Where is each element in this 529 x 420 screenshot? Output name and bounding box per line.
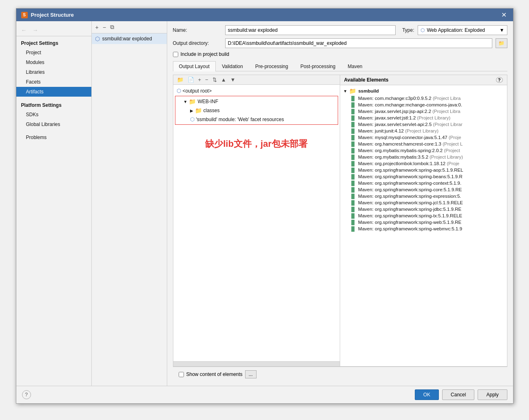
type-icon: ⬡ [421,27,425,33]
avail-label-21: Maven: org.springframework:spring-webmvc… [358,226,462,231]
avail-label-9: Maven: org.mybatis:mybatis-spring:2.0.2 … [358,148,460,153]
avail-icon-9: ▐▌ [350,148,356,153]
name-input[interactable] [225,25,396,35]
avail-label-1: Maven: com.mchange:c3p0:0.9.5.2 (Project… [358,96,460,101]
avail-icon-3: ▐▌ [350,109,356,114]
avail-item-13[interactable]: ▐▌ Maven: org.springframework:spring-bea… [340,173,507,180]
avail-label-8: Maven: org.hamcrest:hamcrest-core:1.3 (P… [358,141,463,146]
avail-item-3[interactable]: ▐▌ Maven: javax.servlet.jsp:jsp-api:2.2 … [340,108,507,115]
artifact-list-item[interactable]: ⬡ ssmbuild:war exploded [92,33,167,44]
tree-root-item[interactable]: ⬡ <output root> [173,86,340,95]
avail-item-9[interactable]: ▐▌ Maven: org.mybatis:mybatis-spring:2.0… [340,147,507,154]
add-artifact-button[interactable]: + [94,23,100,31]
sidebar-item-artifacts[interactable]: Artifacts [16,87,91,97]
avail-item-15[interactable]: ▐▌ Maven: org.springframework:spring-cor… [340,186,507,193]
avail-item-18[interactable]: ▐▌ Maven: org.springframework:spring-jdb… [340,206,507,212]
remove-artifact-button[interactable]: − [102,23,107,31]
sidebar-item-global-libraries[interactable]: Global Libraries [16,119,91,129]
tree-add-btn[interactable]: + [197,76,203,83]
forward-button[interactable]: → [31,26,40,34]
available-header: Available Elements ? [340,75,507,85]
tab-output-layout[interactable]: Output Layout [173,61,216,71]
avail-label-7: Maven: mysql:mysql-connector-java:5.1.47… [358,135,461,140]
avail-item-16[interactable]: ▐▌ Maven: org.springframework:spring-exp… [340,193,507,199]
avail-icon-6: ▐▌ [350,128,356,133]
avail-item-10[interactable]: ▐▌ Maven: org.mybatis:mybatis:3.5.2 (Pro… [340,154,507,160]
apply-button[interactable]: Apply [478,389,507,400]
avail-item-11[interactable]: ▐▌ Maven: org.projectlombok:lombok:1.18.… [340,160,507,167]
avail-item-8[interactable]: ▐▌ Maven: org.hamcrest:hamcrest-core:1.3… [340,141,507,147]
avail-item-12[interactable]: ▐▌ Maven: org.springframework:spring-aop… [340,167,507,173]
artifact-list-panel: + − ⧉ ⬡ ssmbuild:war exploded [92,21,167,386]
help-button[interactable]: ? [22,390,31,399]
module-item[interactable]: ⬡ 'ssmbuild' module: 'Web' facet resourc… [175,115,338,124]
avail-label-13: Maven: org.springframework:spring-beans:… [358,174,463,179]
include-checkbox[interactable] [173,52,178,57]
more-button[interactable]: ... [245,370,257,378]
sidebar-item-libraries[interactable]: Libraries [16,67,91,77]
avail-item-14[interactable]: ▐▌ Maven: org.springframework:spring-con… [340,180,507,186]
tab-postprocessing[interactable]: Post-processing [294,61,341,71]
app-icon: S [21,12,28,18]
avail-icon-20: ▐▌ [350,220,356,225]
available-help-icon[interactable]: ? [496,77,503,83]
browse-button[interactable]: 📁 [496,38,507,48]
tree-down-btn[interactable]: ▼ [229,76,237,83]
avail-item-21[interactable]: ▐▌ Maven: org.springframework:spring-web… [340,225,507,232]
webinf-item[interactable]: ▼ 📁 WEB-INF [175,97,338,106]
tree-file-btn[interactable]: 📄 [186,76,195,83]
avail-item-20[interactable]: ▐▌ Maven: org.springframework:spring-web… [340,219,507,225]
ok-button[interactable]: OK [415,389,439,400]
sidebar-item-sdks[interactable]: SDKs [16,110,91,119]
close-button[interactable]: ✕ [500,11,508,19]
avail-label-3: Maven: javax.servlet.jsp:jsp-api:2.2 (Pr… [358,109,460,114]
tree-sort-btn[interactable]: ⇅ [211,76,218,83]
include-label: Include in project build [181,51,229,57]
avail-item-5[interactable]: ▐▌ Maven: javax.servlet:servlet-api:2.5 … [340,121,507,128]
avail-label-2: Maven: com.mchange:mchange-commons-java:… [358,102,462,107]
sidebar-item-modules[interactable]: Modules [16,57,91,67]
sidebar: ← → Project Settings Project Modules Lib… [16,21,92,386]
root-icon: ⬡ [177,88,181,94]
sidebar-item-problems[interactable]: Problems [16,133,91,142]
avail-label-12: Maven: org.springframework:spring-aop:5.… [358,168,463,172]
tab-validation[interactable]: Validation [216,61,249,71]
copy-artifact-button[interactable]: ⧉ [109,23,115,31]
output-dir-input[interactable] [225,38,492,48]
avail-label-19: Maven: org.springframework:spring-tx:5.1… [358,213,462,218]
avail-label-11: Maven: org.projectlombok:lombok:1.18.12 … [358,161,459,166]
avail-item-4[interactable]: ▐▌ Maven: javax.servlet:jstl:1.2 (Projec… [340,115,507,121]
avail-icon-14: ▐▌ [350,181,356,186]
dropdown-chevron-icon: ▼ [500,27,505,33]
avail-icon-16: ▐▌ [350,194,356,199]
tree-up-btn[interactable]: ▲ [220,76,228,83]
avail-item-2[interactable]: ▐▌ Maven: com.mchange:mchange-commons-ja… [340,102,507,108]
webinf-label: WEB-INF [197,99,218,104]
avail-label-20: Maven: org.springframework:spring-web:5.… [358,220,461,225]
avail-item-19[interactable]: ▐▌ Maven: org.springframework:spring-tx:… [340,212,507,219]
classes-item[interactable]: ▶ 📁 classes [175,106,338,115]
type-select[interactable]: ⬡ Web Application: Exploded ▼ [418,25,507,35]
tree-remove-btn[interactable]: − [204,76,210,83]
avail-item-1[interactable]: ▐▌ Maven: com.mchange:c3p0:0.9.5.2 (Proj… [340,95,507,102]
tree-folder-btn[interactable]: 📁 [176,76,185,83]
sidebar-divider-2 [16,129,91,133]
avail-icon-4: ▐▌ [350,115,356,120]
tab-maven[interactable]: Maven [341,61,368,71]
name-type-row: Name: Type: ⬡ Web Application: Exploded … [173,25,507,35]
cancel-button[interactable]: Cancel [442,389,474,400]
avail-item-17[interactable]: ▐▌ Maven: org.springframework:spring-jcl… [340,199,507,206]
avail-item-6[interactable]: ▐▌ Maven: junit:junit:4.12 (Project Libr… [340,128,507,134]
tab-preprocessing[interactable]: Pre-processing [249,61,294,71]
avail-group-ssmbuild[interactable]: ▼ 📁 ssmbuild [340,87,507,95]
tree-scrollbar[interactable] [173,361,340,366]
back-button[interactable]: ← [20,26,29,34]
show-content-checkbox[interactable] [179,372,184,377]
avail-label-5: Maven: javax.servlet:servlet-api:2.5 (Pr… [358,122,463,127]
artifact-item-label: ssmbuild:war exploded [102,36,152,42]
sidebar-item-facets[interactable]: Facets [16,77,91,87]
avail-item-7[interactable]: ▐▌ Maven: mysql:mysql-connector-java:5.1… [340,134,507,141]
avail-label-18: Maven: org.springframework:spring-jdbc:5… [358,207,461,212]
output-dir-label: Output directory: [173,40,222,46]
sidebar-item-project[interactable]: Project [16,48,91,57]
